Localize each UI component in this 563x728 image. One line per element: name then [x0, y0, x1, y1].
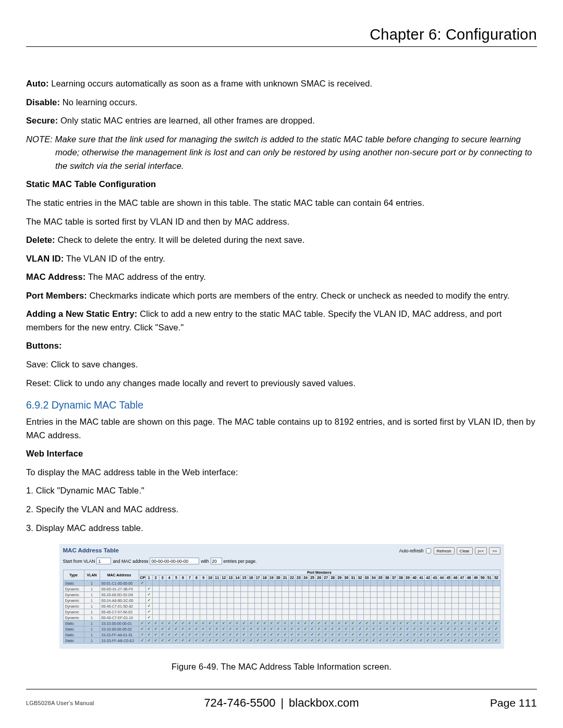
check-icon: ✔	[440, 627, 443, 631]
cell-port	[200, 586, 207, 592]
check-icon: ✔	[406, 621, 409, 625]
cell-vlan: 1	[84, 603, 100, 609]
cell-port	[207, 592, 214, 598]
cell-port: ✔	[193, 626, 200, 632]
cell-port	[397, 615, 404, 621]
check-icon: ✔	[345, 638, 348, 642]
check-icon: ✔	[175, 627, 178, 631]
th-port-26: 26	[316, 575, 323, 581]
check-icon: ✔	[433, 621, 436, 625]
cell-mac: 33-33-FF-AB-C0-E2	[100, 638, 139, 644]
cell-port	[159, 581, 166, 586]
cell-port	[472, 615, 479, 621]
and-mac-label: and MAC address	[113, 559, 148, 564]
auto-refresh-checkbox[interactable]	[426, 548, 431, 553]
check-icon: ✔	[399, 627, 402, 631]
clear-button[interactable]: Clear	[457, 547, 473, 554]
check-icon: ✔	[256, 621, 260, 625]
text-delete: Check to delete the entry. It will be de…	[55, 235, 305, 244]
label-delete: Delete:	[26, 235, 55, 244]
mac-input[interactable]	[150, 558, 199, 564]
cell-port: ✔	[193, 621, 200, 626]
cell-port: ✔	[193, 632, 200, 638]
th-port-24: 24	[302, 575, 309, 581]
cell-port: ✔	[295, 621, 302, 626]
cell-port	[397, 598, 404, 603]
cell-port	[357, 581, 363, 586]
cell-port	[384, 603, 390, 609]
cell-port	[350, 586, 357, 592]
cell-port	[329, 586, 336, 592]
cell-port	[227, 609, 234, 615]
cell-port	[152, 592, 159, 598]
cell-port	[248, 581, 254, 586]
cell-port	[207, 586, 214, 592]
cell-port	[207, 615, 214, 621]
cell-port	[493, 603, 500, 609]
check-icon: ✔	[338, 627, 341, 631]
cell-port: ✔	[377, 632, 384, 638]
entries-count-input[interactable]	[211, 558, 222, 564]
th-port-35: 35	[377, 575, 384, 581]
cell-port	[227, 615, 234, 621]
vlan-input[interactable]	[96, 558, 111, 564]
cell-port: ✔	[370, 638, 377, 644]
cell-port	[254, 581, 261, 586]
footer-phone: 724-746-5500	[204, 696, 275, 709]
cell-port	[248, 615, 254, 621]
cell-port	[438, 592, 445, 598]
cell-port: ✔	[254, 632, 261, 638]
cell-port: ✔	[438, 626, 445, 632]
cell-port	[486, 609, 493, 615]
refresh-button[interactable]: Refresh	[434, 547, 455, 554]
cell-port	[363, 609, 370, 615]
check-icon: ✔	[372, 627, 375, 631]
th-port-46: 46	[452, 575, 459, 581]
cell-port	[445, 609, 452, 615]
check-icon: ✔	[379, 627, 382, 631]
cell-port	[377, 592, 384, 598]
check-icon: ✔	[468, 621, 471, 625]
cell-port: ✔	[248, 621, 254, 626]
check-icon: ✔	[399, 638, 402, 642]
check-icon: ✔	[420, 627, 423, 631]
check-icon: ✔	[379, 638, 382, 642]
cell-port: ✔	[241, 626, 248, 632]
cell-port	[404, 592, 411, 598]
cell-port	[363, 598, 370, 603]
cell-port: ✔	[377, 638, 384, 644]
th-port-4: 4	[166, 575, 173, 581]
cell-port	[159, 598, 166, 603]
cell-port: ✔	[336, 621, 343, 626]
cell-port	[404, 581, 411, 586]
cell-port: ✔	[493, 626, 500, 632]
cell-port	[200, 603, 207, 609]
cell-port	[179, 586, 186, 592]
check-icon: ✔	[242, 633, 246, 636]
cell-port	[432, 581, 438, 586]
cell-port	[275, 615, 282, 621]
cell-port	[370, 603, 377, 609]
cell-port	[316, 586, 323, 592]
cell-cpu: ✔	[139, 638, 145, 644]
check-icon: ✔	[222, 638, 225, 642]
cell-port	[261, 603, 268, 609]
cell-port	[179, 603, 186, 609]
th-port-41: 41	[418, 575, 425, 581]
cell-port	[350, 581, 357, 586]
first-button[interactable]: |<<	[475, 547, 487, 554]
cell-port: ✔	[221, 632, 227, 638]
check-icon: ✔	[195, 627, 198, 631]
th-port-38: 38	[397, 575, 404, 581]
cell-port	[329, 598, 336, 603]
check-icon: ✔	[338, 633, 341, 636]
cell-port: ✔	[418, 621, 425, 626]
check-icon: ✔	[393, 638, 396, 642]
next-button[interactable]: >>	[489, 547, 500, 554]
cell-port	[432, 586, 438, 592]
cell-port	[452, 592, 459, 598]
cell-port	[200, 609, 207, 615]
cell-port	[377, 598, 384, 603]
def-secure: Secure: Only static MAC entries are lear…	[26, 114, 537, 128]
body-content: Auto: Learning occurs automatically as s…	[26, 77, 537, 674]
